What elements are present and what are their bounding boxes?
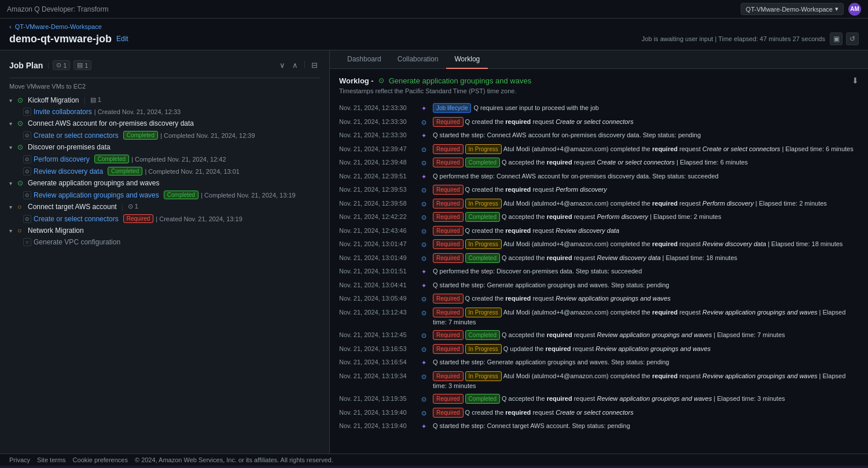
- completed-badge: Completed: [94, 155, 129, 163]
- tag-completed: Completed: [465, 253, 500, 263]
- robot-icon: ⊙: [419, 294, 428, 304]
- badge-val2: 1: [84, 62, 88, 69]
- expand-icon: ▾: [9, 204, 15, 210]
- log-body: RequiredCompletedQ accepted the required…: [433, 158, 859, 167]
- log-timestamp: Nov. 21, 2024, 12:39:58: [339, 199, 414, 209]
- log-timestamp: Nov. 21, 2024, 12:39:47: [339, 144, 414, 154]
- tab-dashboard[interactable]: Dashboard: [339, 50, 389, 69]
- log-entry: Nov. 21, 2024, 13:12:45⊙RequiredComplete…: [339, 328, 859, 342]
- tag-required: Required: [433, 185, 464, 195]
- badge-icon1: ⊙: [56, 61, 61, 69]
- tree-item-connect-aws[interactable]: ▾ ⊙ Connect AWS account for on-premises …: [5, 118, 325, 129]
- log-body: Q started the step: Connect target AWS a…: [433, 421, 859, 431]
- child-perform-discovery[interactable]: ⊙ Perform discovery Completed | Complete…: [5, 153, 325, 165]
- expand-button[interactable]: ∧: [290, 60, 300, 71]
- tab-collaboration[interactable]: Collaboration: [389, 50, 447, 69]
- child-invite-collaborators[interactable]: ⊙ Invite collaborators | Created Nov. 21…: [5, 106, 325, 118]
- top-bar: Amazon Q Developer: Transform QT-VMware-…: [0, 0, 868, 19]
- collapse-button[interactable]: ∨: [277, 60, 288, 71]
- child-review-discovery-data[interactable]: ⊙ Review discovery data Completed | Comp…: [5, 165, 325, 177]
- badge-count1: ⊙ 1: [53, 60, 70, 70]
- tree-item-discover[interactable]: ▾ ⊙ Discover on-premises data: [5, 141, 325, 153]
- log-entry: Nov. 21, 2024, 13:01:51✦Q performed the …: [339, 265, 859, 279]
- log-body: RequiredCompletedQ accepted the required…: [433, 394, 859, 404]
- child-review-groupings[interactable]: ⊙ Review application groupings and waves…: [5, 189, 325, 201]
- log-timestamp: Nov. 21, 2024, 13:19:40: [339, 421, 414, 431]
- child-create-connectors-1[interactable]: ⊙ Create or select connectors Completed …: [5, 129, 325, 141]
- tag-lifecycle: Job lifecycle: [433, 103, 471, 113]
- job-plan-controls: ∨ ∧ | ⊟: [277, 60, 320, 71]
- stop-button[interactable]: ▣: [830, 32, 843, 45]
- log-body: Q performed the step: Connect AWS accoun…: [433, 171, 859, 181]
- log-body: RequiredCompletedQ accepted the required…: [433, 253, 859, 263]
- sparkle-icon: ✦: [419, 422, 428, 432]
- footer-cookie-prefs[interactable]: Cookie preferences: [73, 456, 128, 463]
- tag-inprogress: In Progress: [465, 344, 502, 354]
- robot-icon: ⊙: [419, 185, 428, 195]
- tag-inprogress: In Progress: [465, 144, 502, 154]
- tag-required: Required: [433, 117, 464, 127]
- log-body: RequiredIn ProgressAtul Modi (atulmod+4@…: [433, 239, 859, 249]
- log-body: RequiredIn ProgressAtul Modi (atulmod+4@…: [433, 371, 859, 391]
- section-label: Connect target AWS account: [28, 203, 117, 211]
- log-body: RequiredQ created the required request P…: [433, 185, 859, 195]
- tab-worklog[interactable]: Worklog: [446, 50, 488, 69]
- tag-required: Required: [433, 158, 464, 167]
- child-label: Review discovery data: [34, 167, 103, 176]
- download-button[interactable]: ⬇: [852, 76, 859, 85]
- tag-required: Required: [433, 294, 464, 304]
- edit-link[interactable]: Edit: [116, 35, 128, 43]
- tag-inprogress: In Progress: [465, 239, 502, 249]
- log-timestamp: Nov. 21, 2024, 12:39:53: [339, 185, 414, 195]
- tag-required: Required: [433, 239, 464, 249]
- footer-site-terms[interactable]: Site terms: [37, 456, 66, 463]
- section-label: Generate application groupings and waves: [28, 179, 159, 187]
- completed-badge: Completed: [108, 167, 142, 176]
- log-body: Q started the step: Generate application…: [433, 280, 859, 290]
- log-entry: Nov. 21, 2024, 13:12:43⊙RequiredIn Progr…: [339, 306, 859, 329]
- worklog-content: Worklog - ⊙ Generate application groupin…: [330, 69, 868, 454]
- refresh-button[interactable]: ↺: [846, 32, 859, 45]
- child-label: Invite collaborators: [34, 108, 92, 116]
- child-generate-vpc[interactable]: ○ Generate VPC configuration: [5, 236, 325, 248]
- badge-count2: ▤ 1: [73, 60, 91, 70]
- child-label: Generate VPC configuration: [34, 238, 120, 246]
- divider: [9, 78, 320, 78]
- child-create-connectors-2[interactable]: ⊙ Create or select connectors Required |…: [5, 213, 325, 225]
- pipe-divider: |: [47, 62, 49, 69]
- filter-button[interactable]: ⊟: [309, 60, 320, 71]
- tag-required: Required: [433, 199, 464, 209]
- robot-icon: ⊙: [419, 199, 428, 209]
- task-icon: ⊙: [23, 167, 31, 176]
- workspace-name: QT-VMware-Demo-Workspace: [746, 6, 833, 13]
- log-timestamp: Nov. 21, 2024, 13:16:53: [339, 344, 414, 354]
- section-label: Discover on-premises data: [28, 143, 111, 151]
- footer-privacy[interactable]: Privacy: [9, 456, 30, 463]
- log-body: RequiredIn ProgressAtul Modi (atulmod+4@…: [433, 199, 859, 209]
- workspace-dropdown[interactable]: QT-VMware-Demo-Workspace ▾: [741, 3, 844, 15]
- completed-badge: Completed: [123, 131, 158, 140]
- log-timestamp: Nov. 21, 2024, 13:12:43: [339, 308, 414, 317]
- log-timestamp: Nov. 21, 2024, 12:39:51: [339, 171, 414, 181]
- tree-item-generate-groupings[interactable]: ▾ ⊙ Generate application groupings and w…: [5, 177, 325, 189]
- dropdown-chevron-icon: ▾: [835, 5, 838, 13]
- tag-completed: Completed: [465, 212, 500, 222]
- log-timestamp: Nov. 21, 2024, 12:39:48: [339, 158, 414, 167]
- tree-item-kickoff[interactable]: ▾ ⊙ Kickoff Migration | ▤ 1: [5, 94, 325, 106]
- expand-icon: ▾: [9, 97, 15, 104]
- tree-item-network[interactable]: ▾ ○ Network Migration: [5, 225, 325, 236]
- log-body: RequiredIn ProgressAtul Modi (atulmod+4@…: [433, 308, 859, 327]
- log-entry: Nov. 21, 2024, 13:19:40✦Q started the st…: [339, 419, 859, 433]
- breadcrumb-arrow-icon: ‹: [9, 23, 12, 30]
- tag-required: Required: [433, 308, 464, 317]
- log-entry: Nov. 21, 2024, 12:39:53⊙RequiredQ create…: [339, 183, 859, 197]
- badge-icon2: ▤: [77, 61, 83, 69]
- child-label: Perform discovery: [34, 155, 90, 163]
- breadcrumb-workspace[interactable]: QT-VMware-Demo-Workspace: [15, 23, 102, 30]
- robot-icon: ⊙: [419, 118, 428, 127]
- tree-item-connect-target[interactable]: ▾ ○ Connect target AWS account | ⊙ 1: [5, 201, 325, 213]
- left-panel: Job Plan | ⊙ 1 ▤ 1 ∨ ∧ | ⊟ Move VMware V…: [0, 50, 330, 454]
- sparkle-icon: ✦: [419, 172, 428, 182]
- expand-icon: ▾: [9, 144, 15, 151]
- log-body: RequiredQ created the required request C…: [433, 117, 859, 127]
